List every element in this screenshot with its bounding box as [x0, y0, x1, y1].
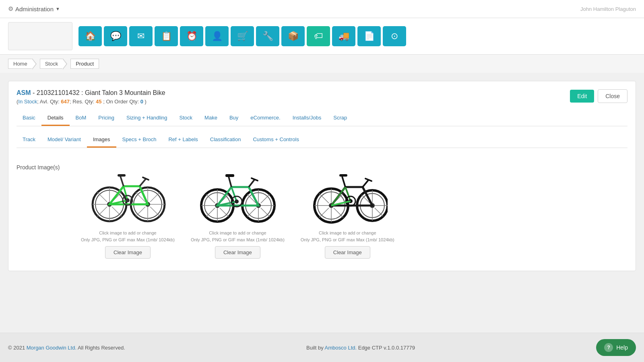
- tab-buy[interactable]: Buy: [223, 111, 244, 126]
- tab-details[interactable]: Details: [41, 111, 70, 126]
- footer: © 2021 Morgan Goodwin Ltd. All Rights Re…: [0, 333, 644, 362]
- tab-basic[interactable]: Basic: [17, 111, 41, 126]
- svg-line-19: [150, 207, 160, 216]
- clear-image-btn-1[interactable]: Clear Image: [105, 246, 151, 259]
- wrench-nav-btn[interactable]: 🔧: [256, 26, 279, 46]
- breadcrumb-product[interactable]: Product: [70, 59, 99, 69]
- svg-line-63: [252, 178, 258, 181]
- svg-point-65: [235, 200, 239, 204]
- logo-area: [8, 22, 72, 50]
- image-caption-2: Click image to add or change Only JPG, P…: [191, 230, 285, 243]
- in-stock-label: In Stock: [18, 99, 37, 105]
- product-title: ASM - 210321101432 : Giant Talon 3 Mount…: [17, 89, 165, 97]
- svg-line-8: [112, 207, 122, 216]
- tab-bom[interactable]: BoM: [70, 111, 93, 126]
- image-upload-3[interactable]: [303, 160, 392, 226]
- user-nav-btn[interactable]: 👤: [205, 26, 229, 46]
- svg-line-94: [365, 179, 372, 181]
- svg-rect-92: [339, 174, 347, 177]
- clear-image-btn-2[interactable]: Clear Image: [215, 246, 260, 259]
- mail-nav-btn[interactable]: ✉: [129, 26, 153, 46]
- avl-qty: 647: [61, 99, 70, 105]
- product-image-3: Click image to add or change Only JPG, P…: [301, 160, 394, 259]
- sub-tab-images[interactable]: Images: [87, 132, 116, 148]
- image-upload-1[interactable]: [83, 160, 172, 226]
- footer-left: © 2021 Morgan Goodwin Ltd. All Rights Re…: [8, 345, 125, 351]
- svg-line-93: [363, 180, 368, 187]
- image-caption-3: Click image to add or change Only JPG, P…: [301, 230, 394, 243]
- box-nav-btn[interactable]: 📦: [281, 26, 305, 46]
- sub-tab-specs[interactable]: Specs + Broch: [116, 132, 163, 148]
- on-order-qty: 0: [140, 99, 143, 105]
- caret-icon: ▼: [56, 6, 60, 11]
- svg-line-54: [247, 208, 256, 217]
- svg-line-40: [206, 194, 215, 203]
- product-image-2: Click image to add or change Only JPG, P…: [191, 160, 285, 259]
- main-content: ASM - 210321101432 : Giant Talon 3 Mount…: [0, 73, 644, 279]
- tab-scrap[interactable]: Scrap: [327, 111, 353, 126]
- edit-button[interactable]: Edit: [570, 90, 594, 103]
- svg-rect-28: [118, 174, 126, 177]
- nav-bar: 🏠 💬 ✉ 📋 ⏰ 👤 🛒 🔧 📦 🏷 🚚 📄 ⊙: [0, 18, 644, 55]
- svg-line-76: [319, 208, 329, 218]
- sub-tab-track[interactable]: Track: [17, 132, 41, 148]
- svg-line-43: [206, 208, 215, 217]
- avl-label: Avl. Qty:: [40, 99, 60, 105]
- support-nav-btn[interactable]: ⊙: [383, 26, 406, 46]
- footer-company-link[interactable]: Morgan Goodwin Ltd.: [27, 345, 76, 351]
- sub-tabs: Track Model/ Variant Images Specs + Broc…: [17, 132, 627, 148]
- product-subtitle: (In Stock; Avl. Qty: 647; Res. Qty: 45 ;…: [17, 99, 165, 105]
- svg-line-21: [136, 207, 145, 216]
- user-info: John Hamilton Plaguton: [580, 6, 636, 12]
- breadcrumb-stock[interactable]: Stock: [40, 59, 64, 69]
- home-nav-btn[interactable]: 🏠: [78, 26, 102, 46]
- help-icon: ?: [604, 343, 613, 352]
- svg-point-32: [126, 198, 130, 202]
- svg-line-74: [334, 208, 343, 218]
- truck-nav-btn[interactable]: 🚚: [332, 26, 355, 46]
- admin-label: Administration: [15, 6, 54, 12]
- svg-line-10: [97, 207, 107, 216]
- sub-tab-model-variant[interactable]: Model/ Variant: [41, 132, 87, 148]
- tag-nav-btn[interactable]: 🏷: [307, 26, 330, 46]
- product-asm: ASM: [17, 89, 31, 96]
- clear-image-btn-3[interactable]: Clear Image: [325, 246, 370, 259]
- sub-tab-classification[interactable]: Classification: [204, 132, 247, 148]
- tab-ecommerce[interactable]: eCommerce.: [244, 111, 286, 126]
- svg-line-53: [261, 194, 270, 203]
- svg-line-7: [97, 192, 107, 202]
- image-caption-1: Click image to add or change Only JPG, P…: [81, 230, 175, 243]
- copy-nav-btn[interactable]: 📄: [357, 26, 381, 46]
- svg-line-27: [120, 176, 124, 186]
- images-grid: Click image to add or change Only JPG, P…: [81, 160, 394, 259]
- file-nav-btn[interactable]: 📋: [155, 26, 178, 46]
- tab-make[interactable]: Make: [198, 111, 223, 126]
- product-title-text: - 210321101432 : Giant Talon 3 Mountain …: [31, 89, 165, 96]
- help-button[interactable]: ? Help: [596, 339, 636, 356]
- res-qty: 45: [96, 99, 101, 105]
- tab-pricing[interactable]: Pricing: [92, 111, 120, 126]
- product-card: ASM - 210321101432 : Giant Talon 3 Mount…: [8, 81, 636, 271]
- footer-built-by-link[interactable]: Ambosco Ltd.: [325, 345, 357, 351]
- chat-nav-btn[interactable]: 💬: [104, 26, 127, 46]
- sub-tab-customs[interactable]: Customs + Controls: [247, 132, 305, 148]
- svg-line-73: [319, 193, 329, 203]
- gear-icon: ⚙: [8, 5, 13, 12]
- svg-line-30: [143, 177, 149, 180]
- image-upload-2[interactable]: [193, 160, 282, 226]
- admin-menu[interactable]: ⚙ Administration ▼: [8, 5, 60, 12]
- product-image-1: Click image to add or change Only JPG, P…: [81, 160, 175, 259]
- sub-tab-ref-labels[interactable]: Ref + Labels: [162, 132, 204, 148]
- close-button[interactable]: Close: [598, 89, 627, 103]
- breadcrumb-home[interactable]: Home: [8, 59, 33, 69]
- images-section: Product Image(s): [17, 156, 627, 263]
- footer-right: Built by Ambosco Ltd. Edge CTP v.1.0.0.1…: [306, 345, 415, 351]
- cart-nav-btn[interactable]: 🛒: [231, 26, 254, 46]
- res-label: Res. Qty:: [72, 99, 94, 105]
- tab-sizing[interactable]: Sizing + Handling: [120, 111, 173, 126]
- product-actions: Edit Close: [570, 89, 627, 103]
- tab-stock[interactable]: Stock: [173, 111, 199, 126]
- clock-nav-btn[interactable]: ⏰: [180, 26, 203, 46]
- tab-installs[interactable]: Installs/Jobs: [287, 111, 328, 126]
- svg-line-52: [261, 208, 270, 217]
